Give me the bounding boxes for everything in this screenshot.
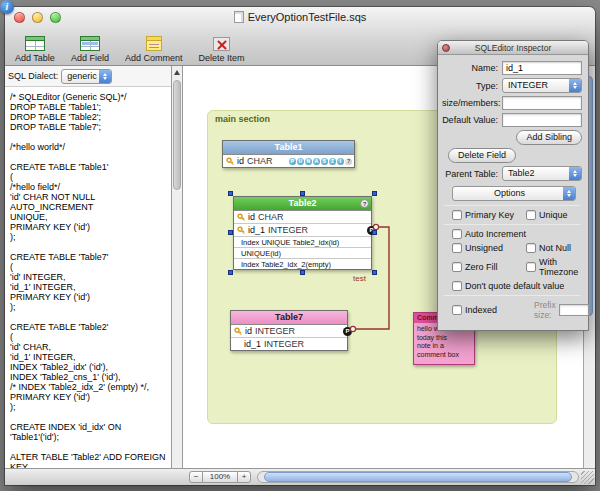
dialect-value: generic <box>67 71 97 81</box>
zero-fill-checkbox[interactable] <box>452 262 462 272</box>
default-value-field[interactable] <box>502 113 582 127</box>
sidebar-scroll-thumb[interactable] <box>173 80 181 190</box>
dont-quote-default-checkbox[interactable] <box>452 281 462 291</box>
selection-handle[interactable] <box>372 270 377 275</box>
prefix-size-field[interactable] <box>559 304 589 316</box>
field-name: id_1 <box>244 339 261 349</box>
key-icon <box>237 226 245 235</box>
table7[interactable]: Table7 id INTEGER P id_1 INTEGER <box>230 310 348 351</box>
zero-fill-label: Zero Fill <box>465 262 498 272</box>
prefix-size-label: Prefix size: <box>534 300 556 320</box>
zoom-out-button[interactable]: − <box>189 471 203 483</box>
popup-arrows-icon <box>99 70 111 83</box>
add-table-button[interactable]: Add Table <box>15 35 55 63</box>
unique-checkbox[interactable] <box>526 210 536 220</box>
relation-label[interactable]: test <box>353 274 366 283</box>
zoom-level[interactable]: 100% <box>203 471 237 483</box>
selection-handle[interactable] <box>372 230 377 235</box>
table2[interactable]: Table2 ? id CHAR id_1 INTEGER P Index UN… <box>233 196 372 270</box>
info-icon[interactable]: i <box>0 0 14 14</box>
add-sibling-button[interactable]: Add Sibling <box>516 130 582 145</box>
foreign-key-connector-icon[interactable]: P <box>343 327 352 336</box>
table2-title: Table2 <box>289 198 317 208</box>
table1-header[interactable]: Table1 <box>223 141 354 154</box>
auto-increment-option-icon[interactable]: A <box>313 158 320 165</box>
table2-field-id1[interactable]: id_1 INTEGER P <box>234 223 371 236</box>
table1-field-id[interactable]: id CHAR P U N A S Z I ? <box>223 154 354 167</box>
options-popup[interactable]: Options <box>452 186 576 201</box>
unsigned-label: Unsigned <box>465 243 503 253</box>
delete-field-button[interactable]: Delete Field <box>448 148 516 163</box>
with-timezone-checkbox[interactable] <box>526 262 536 272</box>
table2-field-id[interactable]: id CHAR <box>234 210 371 223</box>
primary-key-checkbox[interactable] <box>452 210 462 220</box>
selection-handle[interactable] <box>228 270 233 275</box>
table7-field-id1[interactable]: id_1 INTEGER <box>231 337 347 350</box>
indexed-option-icon[interactable]: I <box>337 158 344 165</box>
size-members-label: size/members: <box>442 98 502 108</box>
table2-index-row[interactable]: Index Table2_idx_2(empty) <box>234 258 371 269</box>
divider <box>444 295 580 296</box>
titlebar[interactable]: EveryOptionTestFile.sqs <box>5 7 595 27</box>
scroll-up-icon[interactable] <box>174 70 180 75</box>
field-type: INTEGER <box>264 339 304 349</box>
sidebar-scrollbar[interactable] <box>172 66 183 468</box>
add-field-button[interactable]: Add Field <box>71 35 109 63</box>
sql-source-text[interactable]: /* SQLEditor (Generic SQL)*/ DROP TABLE … <box>5 87 171 468</box>
field-type: CHAR <box>258 212 284 222</box>
selection-handle[interactable] <box>372 191 377 196</box>
delete-item-button[interactable]: Delete Item <box>198 35 244 63</box>
table1[interactable]: Table1 id CHAR P U N A S Z I ? <box>222 140 355 168</box>
delete-item-label: Delete Item <box>198 53 244 63</box>
table-icon <box>25 35 45 52</box>
primary-key-option-icon[interactable]: P <box>289 158 296 165</box>
canvas-horizontal-scrollbar[interactable] <box>257 471 579 483</box>
popup-arrows-icon <box>569 167 581 180</box>
primary-key-label: Primary Key <box>465 210 514 220</box>
dont-quote-default-label: Don't quote default value <box>465 281 564 291</box>
horizontal-scroll-thumb[interactable] <box>264 472 571 482</box>
resize-grip[interactable] <box>581 471 594 484</box>
type-label: Type: <box>442 81 502 91</box>
not-null-option-icon[interactable]: N <box>305 158 312 165</box>
help-icon[interactable]: ? <box>360 199 369 208</box>
key-icon <box>237 213 245 222</box>
table2-header[interactable]: Table2 ? <box>234 197 371 210</box>
table7-header[interactable]: Table7 <box>231 311 347 324</box>
table2-index-row[interactable]: Index UNIQUE Table2_idx(id) <box>234 236 371 247</box>
unsigned-checkbox[interactable] <box>452 243 462 253</box>
indexed-label: Indexed <box>465 305 497 315</box>
table7-field-id[interactable]: id INTEGER P <box>231 324 347 337</box>
parent-table-value: Table2 <box>508 168 535 178</box>
selection-handle[interactable] <box>300 191 305 196</box>
add-comment-label: Add Comment <box>125 53 183 63</box>
size-members-field[interactable] <box>502 96 582 110</box>
table7-title: Table7 <box>275 312 303 322</box>
type-popup[interactable]: INTEGER <box>502 78 582 93</box>
help-option-icon[interactable]: ? <box>345 158 352 165</box>
add-comment-button[interactable]: Add Comment <box>125 35 183 63</box>
inspector-titlebar[interactable]: SQLEditor Inspector <box>438 41 588 55</box>
document-icon <box>234 11 244 23</box>
parent-table-popup[interactable]: Table2 <box>502 166 582 181</box>
selection-handle[interactable] <box>300 270 305 275</box>
dialect-popup[interactable]: generic <box>61 69 112 84</box>
auto-increment-checkbox[interactable] <box>452 229 462 239</box>
unique-option-icon[interactable]: U <box>297 158 304 165</box>
dialect-row: SQL Dialect: generic <box>5 66 171 87</box>
unsigned-option-icon[interactable]: S <box>321 158 328 165</box>
name-label: Name: <box>442 63 502 73</box>
not-null-checkbox[interactable] <box>526 243 536 253</box>
options-label: Options <box>494 188 525 198</box>
name-field[interactable] <box>502 61 582 75</box>
selection-handle[interactable] <box>228 230 233 235</box>
table2-selection[interactable]: Table2 ? id CHAR id_1 INTEGER P Index UN… <box>233 196 372 270</box>
status-bar: − 100% + <box>5 468 595 485</box>
field-type: INTEGER <box>255 326 295 336</box>
selection-handle[interactable] <box>228 191 233 196</box>
table2-index-row[interactable]: UNIQUE(id) <box>234 247 371 258</box>
zero-fill-option-icon[interactable]: Z <box>329 158 336 165</box>
inspector-close-button[interactable] <box>442 44 450 52</box>
indexed-checkbox[interactable] <box>452 305 462 315</box>
zoom-in-button[interactable]: + <box>237 471 251 483</box>
